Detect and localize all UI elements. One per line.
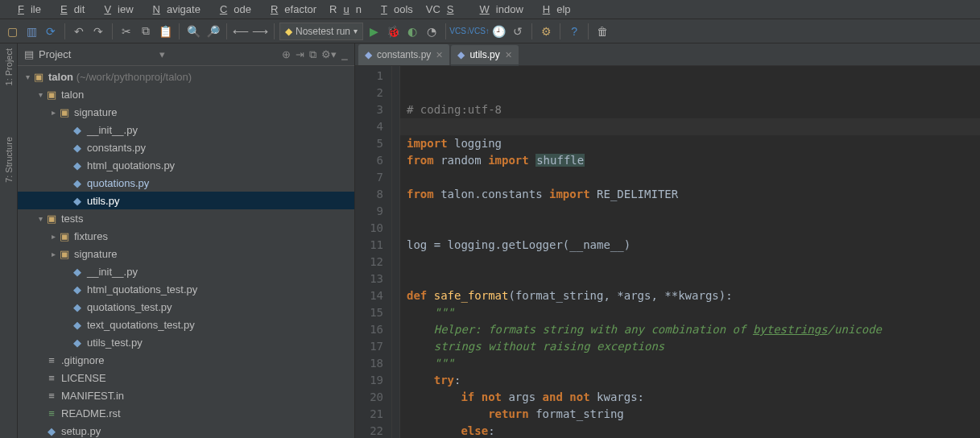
line-gutter[interactable]: 1 2 3 4 5 6 7 8 9 10 11 12 13 14 15 16 1… bbox=[355, 66, 392, 438]
dropdown-caret-icon: ▾ bbox=[354, 27, 358, 35]
tree-file-manifest[interactable]: ≡ MANIFEST.in bbox=[18, 386, 354, 404]
vcs-history-icon[interactable]: 🕘 bbox=[490, 23, 507, 40]
left-toolstrip: 1: Project 7: Structure bbox=[0, 43, 18, 438]
run-config-selector[interactable]: ◆ Nosetest run ▾ bbox=[279, 23, 363, 40]
tree-file-setup[interactable]: ◆ setup.py bbox=[18, 422, 354, 438]
paste-icon[interactable]: 📋 bbox=[156, 23, 174, 40]
menu-bar: File Edit View Navigate Code Refactor Ru… bbox=[0, 0, 980, 19]
tree-file-license[interactable]: ≡ LICENSE bbox=[18, 369, 354, 386]
back-icon[interactable]: ⟵ bbox=[232, 23, 250, 40]
tree-file-gitignore[interactable]: ≡ .gitignore bbox=[18, 351, 354, 369]
tree-file-init-tests[interactable]: ◆ __init__.py bbox=[18, 262, 354, 280]
tree-folder-signature[interactable]: ▸▣ signature bbox=[18, 103, 354, 121]
tree-file-init[interactable]: ◆ __init__.py bbox=[18, 121, 354, 138]
menu-window[interactable]: Window bbox=[467, 3, 530, 15]
fold-gutter[interactable] bbox=[392, 66, 400, 438]
tree-folder-talon[interactable]: ▾▣ talon bbox=[18, 85, 354, 103]
editor-tabs: ◆ constants.py ✕ ◆ utils.py ✕ bbox=[355, 43, 980, 66]
redo-icon[interactable]: ↷ bbox=[89, 23, 107, 40]
vcs-revert-icon[interactable]: ↺ bbox=[509, 23, 527, 40]
sync-icon[interactable]: ⟳ bbox=[42, 23, 60, 40]
project-panel-header: ▤ Project ▾ ⊕ ⇥ ⧉ ⚙▾ ⎯ bbox=[18, 43, 354, 66]
settings-icon[interactable]: ⚙ bbox=[537, 23, 555, 40]
python-file-icon: ◆ bbox=[365, 49, 372, 60]
close-tab-icon[interactable]: ✕ bbox=[436, 50, 443, 60]
project-view-caret[interactable]: ▾ bbox=[159, 48, 165, 60]
undo-icon[interactable]: ↶ bbox=[70, 23, 88, 40]
code-area[interactable]: # coding:utf-8 import logging from rando… bbox=[400, 66, 980, 438]
open-icon[interactable]: ▢ bbox=[3, 23, 21, 40]
tree-file-html-q-test[interactable]: ◆ html_quotations_test.py bbox=[18, 280, 354, 298]
run-config-label: Nosetest run bbox=[296, 26, 350, 37]
vcs-update-icon[interactable]: VCS↓ bbox=[451, 23, 469, 40]
trash-icon[interactable]: 🗑 bbox=[593, 23, 611, 40]
find-icon[interactable]: 🔍 bbox=[184, 23, 202, 40]
tree-folder-tests[interactable]: ▾▣ tests bbox=[18, 209, 354, 227]
toolwindow-project[interactable]: 1: Project bbox=[4, 48, 14, 85]
tree-file-utils-test[interactable]: ◆ utils_test.py bbox=[18, 333, 354, 351]
tree-root[interactable]: ▾▣ talon (~/work/pythonproj/talon) bbox=[18, 68, 354, 85]
project-settings-icon[interactable]: ⚙▾ bbox=[321, 48, 337, 61]
collapse-all-icon[interactable]: ⧉ bbox=[309, 48, 316, 61]
project-view-icon: ▤ bbox=[24, 48, 34, 60]
tree-folder-fixtures[interactable]: ▸▣ fixtures bbox=[18, 227, 354, 245]
coverage-icon[interactable]: ◐ bbox=[403, 23, 421, 40]
cut-icon[interactable]: ✂ bbox=[118, 23, 135, 40]
main-toolbar: ▢ ▥ ⟳ ↶ ↷ ✂ ⧉ 📋 🔍 🔎 ⟵ ⟶ ◆ Nosetest run ▾… bbox=[0, 19, 980, 43]
menu-code[interactable]: Code bbox=[207, 3, 258, 15]
copy-icon[interactable]: ⧉ bbox=[137, 23, 155, 40]
tab-constants[interactable]: ◆ constants.py ✕ bbox=[358, 44, 449, 65]
close-tab-icon[interactable]: ✕ bbox=[505, 50, 512, 60]
project-panel-title: Project bbox=[39, 48, 156, 60]
tab-label: utils.py bbox=[469, 49, 499, 60]
tree-file-text-q-test[interactable]: ◆ text_quotations_test.py bbox=[18, 316, 354, 333]
tree-file-utils[interactable]: ◆ utils.py bbox=[18, 192, 354, 209]
help-icon[interactable]: ? bbox=[565, 23, 583, 40]
main-area: 1: Project 7: Structure ▤ Project ▾ ⊕ ⇥ … bbox=[0, 43, 980, 438]
menu-file[interactable]: File bbox=[5, 3, 48, 15]
menu-navigate[interactable]: Navigate bbox=[140, 3, 207, 15]
toolwindow-structure[interactable]: 7: Structure bbox=[4, 137, 14, 183]
hide-panel-icon[interactable]: ⎯ bbox=[341, 48, 348, 61]
tree-folder-signature-tests[interactable]: ▸▣ signature bbox=[18, 245, 354, 262]
project-panel: ▤ Project ▾ ⊕ ⇥ ⧉ ⚙▾ ⎯ ▾▣ talon (~/work/… bbox=[18, 43, 355, 438]
editor-body: 1 2 3 4 5 6 7 8 9 10 11 12 13 14 15 16 1… bbox=[355, 66, 980, 438]
tree-file-constants[interactable]: ◆ constants.py bbox=[18, 138, 354, 156]
menu-run[interactable]: Run bbox=[323, 3, 368, 15]
menu-tools[interactable]: Tools bbox=[368, 3, 420, 15]
replace-icon[interactable]: 🔎 bbox=[204, 23, 221, 40]
tab-label: constants.py bbox=[377, 49, 431, 60]
forward-icon[interactable]: ⟶ bbox=[251, 23, 269, 40]
project-tree[interactable]: ▾▣ talon (~/work/pythonproj/talon) ▾▣ ta… bbox=[18, 66, 354, 438]
menu-help[interactable]: Help bbox=[530, 3, 577, 15]
python-icon: ◆ bbox=[285, 26, 292, 37]
save-icon[interactable]: ▥ bbox=[23, 23, 40, 40]
debug-icon[interactable]: 🐞 bbox=[384, 23, 402, 40]
editor-area: ◆ constants.py ✕ ◆ utils.py ✕ 1 2 3 4 5 … bbox=[355, 43, 980, 438]
run-icon[interactable]: ▶ bbox=[365, 23, 382, 40]
python-file-icon: ◆ bbox=[457, 49, 465, 60]
tab-utils[interactable]: ◆ utils.py ✕ bbox=[451, 45, 518, 66]
tree-file-quotations[interactable]: ◆ quotations.py bbox=[18, 174, 354, 192]
menu-edit[interactable]: Edit bbox=[48, 3, 91, 15]
profile-icon[interactable]: ◔ bbox=[423, 23, 440, 40]
menu-view[interactable]: View bbox=[91, 3, 139, 15]
autoscroll-from-source-icon[interactable]: ⇥ bbox=[296, 48, 304, 61]
tree-file-html-quotations[interactable]: ◆ html_quotations.py bbox=[18, 156, 354, 174]
menu-refactor[interactable]: Refactor bbox=[258, 3, 323, 15]
menu-vcs[interactable]: VCS bbox=[420, 3, 467, 15]
tree-file-readme[interactable]: ≡ README.rst bbox=[18, 404, 354, 422]
vcs-commit-icon[interactable]: VCS↑ bbox=[470, 23, 488, 40]
tree-file-quotations-test[interactable]: ◆ quotations_test.py bbox=[18, 298, 354, 316]
autoscroll-to-source-icon[interactable]: ⊕ bbox=[282, 48, 291, 61]
